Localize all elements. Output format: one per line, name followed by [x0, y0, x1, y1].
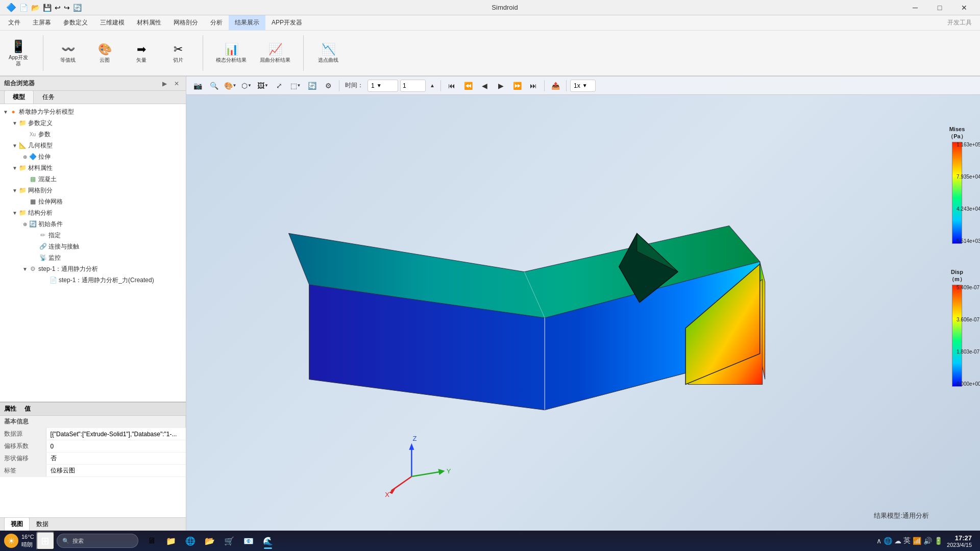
menu-analysis[interactable]: 分析: [204, 15, 229, 30]
ribbon-node-curve-button[interactable]: 📉 选点曲线: [314, 35, 342, 71]
vp-frame-up[interactable]: ▲: [428, 79, 437, 93]
vp-play-end[interactable]: ⏭: [526, 79, 541, 93]
tree-item-geom[interactable]: ▼ 📐 几何模型: [0, 140, 186, 151]
taskbar-app-simdroid[interactable]: 🌊: [259, 532, 277, 550]
bottom-tab-view[interactable]: 视图: [4, 517, 30, 531]
tree-expand-step1[interactable]: ▼: [21, 265, 29, 272]
taskbar-app-mail[interactable]: 📧: [239, 532, 258, 550]
panel-close-button[interactable]: ✕: [172, 79, 182, 89]
tree-expand-material[interactable]: ▼: [11, 164, 18, 171]
maximize-button[interactable]: □: [928, 0, 951, 15]
ribbon-modal-button[interactable]: 📊 模态分析结果: [213, 35, 249, 71]
tab-model[interactable]: 模型: [4, 90, 34, 104]
toolbar-open[interactable]: 📂: [31, 4, 40, 12]
ribbon-vector-label: 矢量: [136, 57, 146, 63]
menu-home[interactable]: 主屏幕: [27, 15, 57, 30]
toolbar-new[interactable]: 📄: [19, 4, 28, 12]
tree-item-step1-force[interactable]: ▶ 📄 step-1：通用静力分析_力(Created): [0, 274, 186, 286]
vp-zoom-button[interactable]: 🔍: [207, 79, 221, 93]
ribbon-contour-button[interactable]: 〰️ 等值线: [54, 35, 82, 71]
taskbar-battery-icon[interactable]: 🔋: [934, 537, 943, 545]
vp-display-btn[interactable]: 🖼 ▼: [256, 79, 270, 93]
vp-color-scheme-btn[interactable]: 🎨 ▼: [223, 79, 237, 93]
taskbar-search-box[interactable]: 🔍 搜索: [57, 534, 138, 548]
tree-item-root[interactable]: ▼ ● 桥墩静力学分析模型: [0, 106, 186, 117]
tree-item-struct[interactable]: ▼ 📁 结构分析: [0, 207, 186, 218]
vp-shape-btn[interactable]: ⬡ ▼: [239, 79, 254, 93]
tree-item-concrete[interactable]: ▶ ▩ 混凝土: [0, 173, 186, 185]
vp-play-prev[interactable]: ⏪: [461, 79, 475, 93]
menu-app-dev[interactable]: APP开发器: [265, 15, 308, 30]
bottom-tab-data[interactable]: 数据: [30, 517, 55, 531]
frame-input[interactable]: [400, 80, 426, 92]
taskbar-app-explorer[interactable]: 📁: [162, 532, 180, 550]
ribbon-slice-label: 切片: [173, 57, 183, 63]
tree-item-specify[interactable]: ▶ ✏ 指定: [0, 230, 186, 241]
tree-expand-extrude[interactable]: ⊕: [21, 153, 29, 160]
vp-play-back[interactable]: ◀: [477, 79, 492, 93]
taskbar-app-display[interactable]: 🖥: [142, 532, 161, 550]
toolbar-undo[interactable]: ↩: [55, 4, 61, 12]
tree-label-extrude: 拉伸: [38, 153, 51, 161]
toolbar-redo[interactable]: ↪: [64, 4, 70, 12]
menu-material[interactable]: 材料属性: [131, 15, 167, 30]
toolbar-save[interactable]: 💾: [43, 4, 52, 12]
tree-expand-root[interactable]: ▼: [2, 108, 9, 115]
speed-dropdown[interactable]: 1x ▼: [570, 80, 596, 92]
ribbon-buckling-button[interactable]: 📈 屈曲分析结果: [257, 35, 293, 71]
taskbar-app-store[interactable]: 🛒: [220, 532, 238, 550]
vp-camera-button[interactable]: 📷: [190, 79, 205, 93]
taskbar-cloud-icon[interactable]: ☁: [894, 537, 901, 545]
tree-expand-geom[interactable]: ▼: [11, 142, 18, 149]
menubar: 文件 主屏幕 参数定义 三维建模 材料属性 网格剖分 分析 结果展示 APP开发…: [0, 15, 980, 31]
tree-expand-mesh[interactable]: ▼: [11, 187, 18, 194]
tree-item-step1[interactable]: ▼ ⚙ step-1：通用静力分析: [0, 263, 186, 274]
panel-expand-button[interactable]: ▶: [159, 79, 169, 89]
tree-item-material[interactable]: ▼ 📁 材料属性: [0, 162, 186, 173]
taskbar-lang-icon[interactable]: 英: [903, 536, 911, 545]
menu-3d-model[interactable]: 三维建模: [94, 15, 131, 30]
tree-item-contact[interactable]: ▶ 🔗 连接与接触: [0, 241, 186, 252]
vp-config-button[interactable]: ⚙: [321, 79, 335, 93]
tree-item-init[interactable]: ⊕ 🔄 初始条件: [0, 218, 186, 230]
tree-expand-struct[interactable]: ▼: [11, 209, 18, 216]
taskbar-speaker-icon[interactable]: 🔊: [923, 537, 932, 545]
vp-play-forward[interactable]: ▶: [494, 79, 508, 93]
ribbon-vector-button[interactable]: ➡ 矢量: [127, 35, 156, 71]
tree-expand-init[interactable]: ⊕: [21, 220, 29, 228]
menu-file[interactable]: 文件: [2, 15, 27, 30]
taskbar-clock[interactable]: 17:27 2023/4/15: [947, 534, 972, 548]
tab-task[interactable]: 任务: [34, 90, 63, 104]
minimize-button[interactable]: ─: [903, 0, 927, 15]
tree-item-xu[interactable]: ▶ Xu 参数: [0, 129, 186, 140]
close-button[interactable]: ✕: [952, 0, 976, 15]
ribbon-app-dev-button[interactable]: 📱 App开发器: [4, 35, 33, 71]
tree-item-extrude[interactable]: ⊕ 🔷 拉伸: [0, 151, 186, 162]
start-button[interactable]: ⊞: [36, 532, 55, 550]
taskbar-arrow-icon[interactable]: ∧: [876, 537, 881, 545]
vp-play-next[interactable]: ⏩: [510, 79, 524, 93]
ribbon-slice-button[interactable]: ✂ 切片: [164, 35, 192, 71]
menu-params[interactable]: 参数定义: [57, 15, 94, 30]
ribbon-cloud-button[interactable]: 🎨 云图: [90, 35, 119, 71]
tree-item-mesh-extrude[interactable]: ▶ ▦ 拉伸网格: [0, 196, 186, 207]
menu-results[interactable]: 结果展示: [229, 15, 265, 30]
vp-play-beginning[interactable]: ⏮: [445, 79, 459, 93]
taskbar-app-files[interactable]: 📂: [201, 532, 219, 550]
vp-fit-button[interactable]: ⤢: [272, 79, 286, 93]
tree-item-params[interactable]: ▼ 📁 参数定义: [0, 117, 186, 129]
time-dropdown[interactable]: 1 ▼: [368, 80, 398, 92]
taskbar-app-edge[interactable]: 🌐: [181, 532, 200, 550]
menu-mesh[interactable]: 网格剖分: [167, 15, 204, 30]
viewport[interactable]: 📷 🔍 🎨 ▼ ⬡ ▼ 🖼 ▼ ⤢ ⬚ ▼ 🔄 ⚙ 时间：: [186, 77, 980, 531]
tree-item-monitor[interactable]: ▶ 📡 监控: [0, 252, 186, 263]
bottom-tabs: 视图 数据: [0, 517, 186, 531]
vp-export-button[interactable]: 📤: [548, 79, 562, 93]
taskbar-network-icon[interactable]: 🌐: [884, 537, 892, 545]
tree-item-mesh[interactable]: ▼ 📁 网格剖分: [0, 185, 186, 196]
tree-expand-params[interactable]: ▼: [11, 119, 18, 127]
toolbar-refresh[interactable]: 🔄: [73, 4, 82, 12]
vp-refresh-button[interactable]: 🔄: [305, 79, 319, 93]
taskbar-wifi-icon[interactable]: 📶: [913, 537, 921, 545]
vp-select-mode-btn[interactable]: ⬚ ▼: [288, 79, 303, 93]
